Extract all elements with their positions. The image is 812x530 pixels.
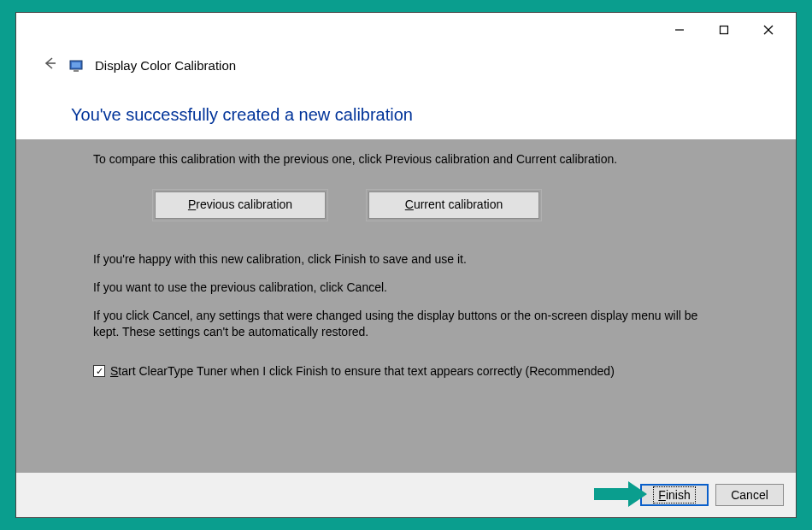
content-area: To compare this calibration with the pre… bbox=[16, 139, 796, 473]
maximize-button[interactable] bbox=[702, 18, 746, 42]
cancel-button[interactable]: Cancel bbox=[715, 484, 784, 506]
svg-rect-7 bbox=[74, 70, 79, 72]
page-heading: You've successfully created a new calibr… bbox=[71, 105, 413, 125]
calibration-window: Display Color Calibration You've success… bbox=[15, 12, 797, 518]
happy-text: If you're happy with this new calibratio… bbox=[93, 251, 719, 268]
previous-calibration-button[interactable]: Previous calibration bbox=[155, 191, 326, 219]
finish-button-label: Finish bbox=[655, 488, 693, 502]
cleartype-checkbox[interactable]: ✓ bbox=[93, 365, 105, 377]
intro-text: To compare this calibration with the pre… bbox=[93, 151, 719, 168]
back-arrow-icon[interactable] bbox=[42, 56, 57, 75]
cancel-note-text: If you click Cancel, any settings that w… bbox=[93, 308, 719, 340]
cancel-button-label: Cancel bbox=[731, 488, 768, 502]
footer-bar: Finish Cancel bbox=[16, 473, 796, 517]
close-button[interactable] bbox=[746, 18, 791, 42]
svg-rect-6 bbox=[72, 62, 80, 68]
cleartype-checkbox-label: Start ClearType Tuner when I click Finis… bbox=[110, 363, 615, 380]
current-calibration-label: Current calibration bbox=[405, 197, 503, 213]
window-header: Display Color Calibration You've success… bbox=[16, 13, 796, 139]
compare-buttons-row: Previous calibration Current calibration bbox=[155, 191, 719, 219]
svg-rect-1 bbox=[721, 26, 728, 34]
cleartype-checkbox-row: ✓ Start ClearType Tuner when I click Fin… bbox=[93, 363, 719, 380]
current-calibration-button[interactable]: Current calibration bbox=[368, 191, 539, 219]
use-previous-text: If you want to use the previous calibrat… bbox=[93, 280, 719, 296]
finish-button[interactable]: Finish bbox=[640, 484, 709, 506]
previous-calibration-label: Previous calibration bbox=[188, 197, 292, 213]
display-calibration-icon bbox=[69, 59, 83, 73]
minimize-button[interactable] bbox=[657, 18, 702, 42]
window-title: Display Color Calibration bbox=[95, 58, 236, 73]
title-row: Display Color Calibration bbox=[42, 56, 236, 75]
window-controls bbox=[657, 18, 791, 42]
